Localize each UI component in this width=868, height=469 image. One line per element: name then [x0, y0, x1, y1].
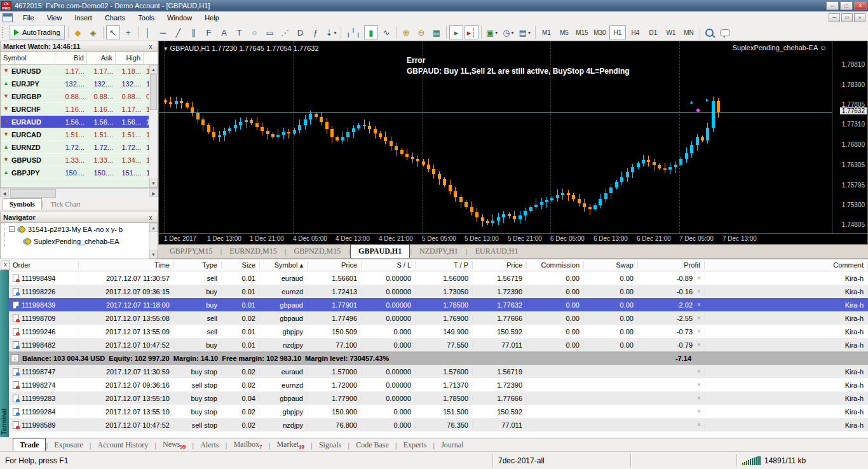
chart-tab-gbpjpy-m15[interactable]: GBPJPY,M15 — [162, 245, 220, 258]
col-size[interactable]: Size — [222, 261, 260, 269]
arrows-tool-icon[interactable]: ⇣▾ — [324, 25, 339, 39]
close-order-icon[interactable]: × — [694, 368, 704, 375]
market-watch-row[interactable]: ▲EURNZD1.72...1.72...1.72...1 — [1, 141, 158, 154]
terminal-tab-code-base[interactable]: Code Base — [349, 438, 395, 452]
close-order-icon[interactable]: × — [694, 395, 704, 402]
timeframe-m1[interactable]: M1 — [538, 25, 555, 39]
market-watch-row[interactable]: ▼EURCAD1.51...1.51...1.51...1 — [1, 128, 158, 141]
scroll-thumb[interactable] — [10, 189, 56, 198]
auto-scroll-icon[interactable]: ▸ — [449, 25, 463, 39]
market-watch-row[interactable]: ▲EURJPY132....132....132....1 — [1, 78, 158, 90]
scroll-thumb[interactable] — [150, 74, 157, 110]
terminal-tab-news[interactable]: News99 — [156, 438, 192, 452]
close-order-icon[interactable]: × — [694, 408, 704, 415]
ellipse-icon[interactable]: ○ — [248, 25, 262, 39]
close-order-icon[interactable]: × — [694, 275, 704, 282]
market-watch-row[interactable]: ▼EURUSD1.17...1.17...1.18...1 — [1, 65, 158, 78]
timeframe-m30[interactable]: M30 — [592, 25, 608, 39]
templates-icon[interactable]: ▤▾ — [517, 25, 532, 39]
terminal-tab-signals[interactable]: Signals — [313, 438, 348, 452]
tile-windows-icon[interactable]: ▦ — [430, 25, 444, 39]
scroll-up-icon[interactable]: ▲ — [149, 65, 158, 74]
market-watch-hscrollbar[interactable]: ◀ ▶ — [0, 188, 158, 197]
timeframe-h1[interactable]: H1 — [609, 25, 626, 39]
close-order-icon[interactable]: × — [694, 301, 704, 308]
tree-expander-icon[interactable]: − — [9, 226, 15, 232]
fibonacci-icon[interactable]: F — [202, 25, 216, 39]
mw-col-high[interactable]: High — [116, 52, 144, 64]
mw-col-symbol[interactable]: Symbol — [1, 52, 55, 64]
navigator-close-icon[interactable]: x — [146, 214, 155, 221]
market-watch-row[interactable]: ▼EURAUD1.56...1.56...1.56...1 — [1, 116, 158, 128]
indicator-cross-icon[interactable]: ƒ — [309, 25, 323, 39]
new-order-icon[interactable]: ◆ — [71, 25, 85, 39]
crosshair-icon[interactable]: + — [121, 25, 135, 39]
scroll-right-icon[interactable]: ▶ — [149, 189, 158, 197]
market-watch-close-icon[interactable]: x — [146, 43, 155, 50]
col-symbol[interactable]: Symbol ▴ — [260, 261, 308, 269]
dropdown-arrow-icon[interactable]: ▾ — [512, 30, 514, 36]
bar-chart-icon[interactable]: ╷╵╷ — [344, 25, 362, 39]
col-comment[interactable]: Comment — [705, 261, 868, 269]
chart-shift-icon[interactable]: ▸┆ — [465, 25, 478, 39]
dropdown-arrow-icon[interactable]: ▾ — [528, 30, 531, 36]
terminal-tab-alerts[interactable]: Alerts — [194, 438, 225, 452]
horizontal-line-icon[interactable]: ─ — [156, 25, 170, 39]
terminal-tab-account-history[interactable]: Account History — [92, 438, 155, 452]
terminal-close-icon[interactable]: x — [1, 261, 10, 270]
tab-symbols[interactable]: Symbols — [3, 198, 42, 210]
col-price[interactable]: Price — [473, 261, 527, 269]
col-profit[interactable]: Profit — [638, 261, 705, 269]
scroll-up-icon[interactable]: ▲ — [149, 223, 158, 232]
close-order-icon[interactable]: × — [694, 315, 704, 322]
terminal-tab-trade[interactable]: Trade — [13, 438, 46, 452]
chart-plot[interactable]: ▾GBPAUD,H1 1.77230 1.77645 1.77054 1.776… — [159, 41, 832, 233]
col-tp[interactable]: T / P — [416, 261, 473, 269]
col-swap[interactable]: Swap — [584, 261, 638, 269]
close-order-icon[interactable]: × — [694, 288, 704, 295]
dropdown-arrow-icon[interactable]: ▾ — [334, 30, 336, 36]
terminal-tab-exposure[interactable]: Exposure — [48, 438, 89, 452]
periods-icon[interactable]: ◷▾ — [501, 25, 515, 39]
timeframe-h4[interactable]: H4 — [627, 25, 644, 39]
chart-tab-euraud-h1[interactable]: EURAUD,H1 — [468, 245, 526, 258]
maximize-button[interactable]: □ — [840, 1, 853, 10]
close-order-icon[interactable]: × — [694, 421, 704, 428]
col-price[interactable]: Price — [308, 261, 362, 269]
col-time[interactable]: Time — [79, 261, 174, 269]
market-watch-vscrollbar[interactable]: ▲ ▼ — [149, 65, 158, 187]
scroll-down-icon[interactable]: ▼ — [149, 250, 158, 259]
chart-tab-gbpnzd-m15[interactable]: GBPNZD,M15 — [287, 245, 349, 258]
fibo-fan-icon[interactable]: ⋰ — [278, 25, 292, 39]
order-row[interactable]: 1119992832017.12.07 13:55:10buy stop0.04… — [9, 391, 868, 405]
terminal-tab-experts[interactable]: Experts — [397, 438, 433, 452]
mw-col-ask[interactable]: Ask — [87, 52, 116, 64]
equidistant-channel-icon[interactable]: ∥ — [187, 25, 201, 39]
navigator-item[interactable]: −31541-p2#13-My EA -no x y- b — [1, 223, 158, 235]
chat-button[interactable] — [718, 25, 732, 39]
text-label-icon[interactable]: T — [233, 25, 247, 39]
search-button[interactable] — [703, 25, 717, 39]
market-watch-row[interactable]: ▼EURCHF1.16...1.16...1.17...1 — [1, 103, 158, 116]
col-order[interactable]: Order — [9, 261, 79, 269]
market-watch-row[interactable]: ▼EURGBP0.88...0.88...0.88...0 — [1, 90, 158, 103]
text-icon[interactable]: A — [217, 25, 231, 39]
order-row[interactable]: 1119982262017.12.07 09:36:15buy0.01eurnz… — [9, 285, 868, 298]
col-type[interactable]: Type — [174, 261, 222, 269]
chart-minimize-button[interactable]: ─ — [829, 13, 840, 22]
chart-window-icon[interactable] — [3, 13, 13, 22]
order-row[interactable]: 1119987472017.12.07 11:30:59buy stop0.02… — [9, 365, 868, 378]
timeframe-mn[interactable]: MN — [681, 25, 697, 39]
order-row[interactable]: 1119984822017.12.07 10:47:52buy0.01nzdjp… — [9, 338, 868, 351]
scroll-down-icon[interactable]: ▼ — [149, 179, 158, 187]
time-axis[interactable]: 1 Dec 20171 Dec 13:001 Dec 21:004 Dec 05… — [159, 233, 867, 244]
cursor-icon[interactable]: ↖ — [106, 25, 120, 39]
vertical-line-icon[interactable]: │ — [141, 25, 155, 39]
close-order-icon[interactable]: × — [694, 328, 704, 335]
chart-restore-button[interactable]: □ — [841, 13, 853, 22]
order-row[interactable]: 1119992462017.12.07 13:55:09sell0.01gbpj… — [9, 325, 868, 338]
col-sl[interactable]: S / L — [362, 261, 416, 269]
zoom-out-icon[interactable]: ⊖ — [414, 25, 428, 39]
order-row[interactable]: 1119982742017.12.07 09:36:16sell stop0.0… — [9, 378, 868, 391]
timeframe-m5[interactable]: M5 — [556, 25, 573, 39]
